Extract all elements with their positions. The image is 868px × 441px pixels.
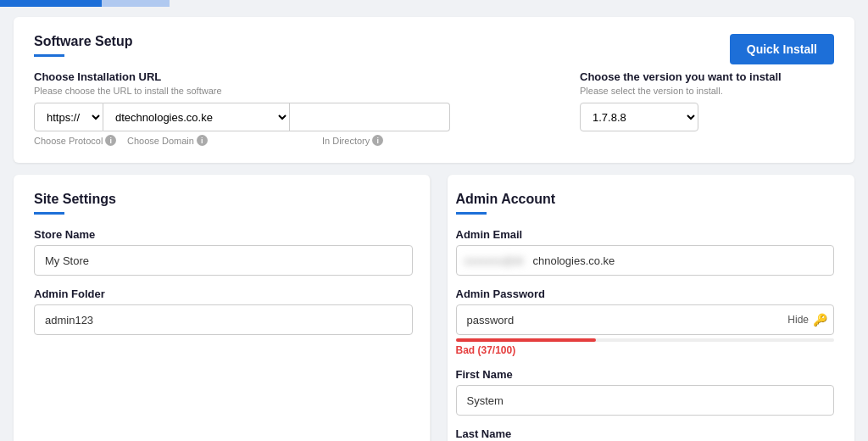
admin-password-field: Admin Password Hide 🔑 Bad (37/100) — [456, 287, 835, 356]
admin-account-card: Admin Account Admin Email xxxxxxx@dt Adm… — [448, 175, 855, 441]
protocol-select[interactable]: https:// http:// — [34, 103, 103, 131]
domain-select[interactable]: dtechnologies.co.ke — [103, 103, 290, 131]
site-settings-title: Site Settings — [34, 192, 413, 207]
admin-password-input[interactable] — [456, 304, 835, 335]
strength-bar — [456, 338, 596, 342]
directory-input[interactable] — [290, 103, 450, 131]
site-settings-underline — [34, 212, 64, 215]
version-hint: Please select the version to install. — [580, 86, 834, 96]
password-wrapper: Hide 🔑 — [456, 304, 835, 335]
admin-folder-input[interactable] — [34, 304, 413, 335]
admin-account-underline — [456, 212, 487, 215]
software-setup-underline — [34, 54, 64, 57]
progress-bar — [0, 0, 868, 7]
software-setup-title: Software Setup — [34, 34, 834, 49]
site-settings-card: Site Settings Store Name Admin Folder — [14, 175, 431, 441]
install-url-section: Choose Installation URL Please choose th… — [34, 70, 834, 146]
strength-label: Bad (37/100) — [456, 344, 835, 356]
version-select[interactable]: 1.7.8.8 1.7.8.7 1.7.8.6 — [580, 103, 698, 131]
url-sublabels: Choose Protocol i Choose Domain i In Dir… — [34, 135, 580, 146]
first-name-label: First Name — [456, 368, 835, 381]
admin-password-label: Admin Password — [456, 287, 835, 300]
strength-bar-container — [456, 338, 835, 342]
store-name-input[interactable] — [34, 245, 413, 276]
url-label: Choose Installation URL — [34, 70, 580, 83]
last-name-field: Last Name — [456, 427, 835, 441]
directory-info-icon[interactable]: i — [372, 135, 383, 146]
version-section: Choose the version you want to install P… — [580, 70, 834, 131]
admin-email-field: Admin Email xxxxxxx@dt — [456, 228, 835, 276]
quick-install-button[interactable]: Quick Install — [730, 34, 834, 64]
admin-account-title: Admin Account — [456, 192, 835, 207]
software-setup-card: Software Setup Quick Install Choose Inst… — [14, 17, 854, 163]
admin-email-label: Admin Email — [456, 228, 835, 241]
store-name-field: Store Name — [34, 228, 413, 276]
url-inputs: https:// http:// dtechnologies.co.ke — [34, 103, 580, 131]
url-left: Choose Installation URL Please choose th… — [34, 70, 580, 146]
protocol-sublabel: Choose Protocol i — [34, 135, 127, 146]
version-label: Choose the version you want to install — [580, 70, 834, 83]
first-name-input[interactable] — [456, 385, 835, 416]
domain-info-icon[interactable]: i — [197, 135, 208, 146]
directory-sublabel: In Directory i — [322, 135, 580, 146]
bottom-section: Site Settings Store Name Admin Folder Ad… — [14, 175, 854, 441]
admin-folder-field: Admin Folder — [34, 287, 413, 335]
progress-step-2 — [102, 0, 170, 7]
domain-sublabel: Choose Domain i — [127, 135, 322, 146]
admin-folder-label: Admin Folder — [34, 287, 413, 300]
last-name-label: Last Name — [456, 427, 835, 440]
store-name-label: Store Name — [34, 228, 413, 241]
password-key-icon: 🔑 — [813, 313, 827, 327]
url-hint: Please choose the URL to install the sof… — [34, 86, 580, 96]
first-name-field: First Name — [456, 368, 835, 416]
password-toggle-button[interactable]: Hide — [787, 314, 809, 326]
progress-step-1 — [0, 0, 102, 7]
protocol-info-icon[interactable]: i — [105, 135, 116, 146]
